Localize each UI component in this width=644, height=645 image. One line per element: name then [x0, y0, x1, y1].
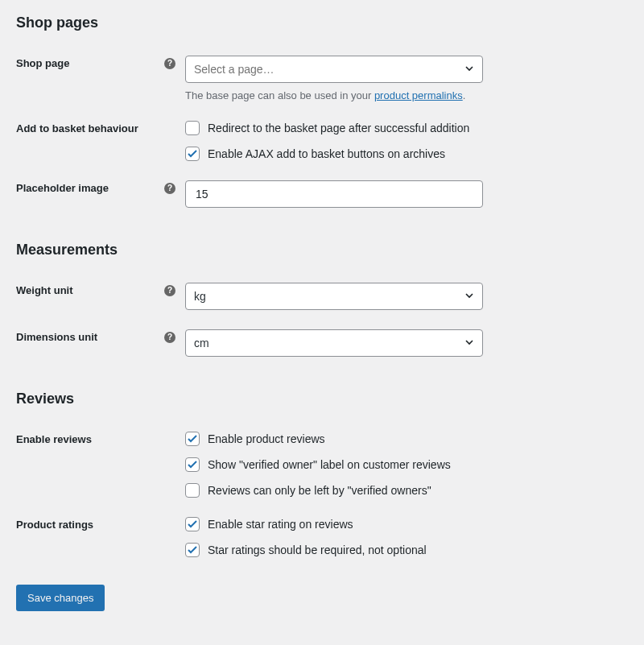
shop-page-description: The base page can also be used in your p… [185, 89, 628, 101]
redirect-checkbox[interactable] [185, 121, 200, 135]
verified-owner-label-checkbox[interactable] [185, 457, 200, 472]
weight-unit-select[interactable]: kg [185, 283, 483, 310]
section-heading-measurements: Measurements [16, 242, 628, 258]
placeholder-image-input[interactable] [194, 181, 458, 207]
chevron-down-icon [464, 337, 474, 349]
product-ratings-label: Product ratings [16, 519, 93, 531]
shop-page-select-value: Select a page… [194, 63, 275, 76]
save-changes-button[interactable]: Save changes [16, 585, 105, 611]
star-ratings-required-label: Star ratings should be required, not opt… [208, 544, 427, 556]
weight-unit-value: kg [194, 290, 206, 303]
product-permalinks-link[interactable]: product permalinks [374, 89, 463, 101]
placeholder-image-input-wrapper [185, 180, 483, 208]
redirect-checkbox-label: Redirect to the basket page after succes… [208, 122, 469, 134]
dimensions-unit-label: Dimensions unit [16, 331, 97, 343]
weight-unit-label: Weight unit [16, 284, 73, 296]
ajax-checkbox-label: Enable AJAX add to basket buttons on arc… [208, 147, 445, 160]
help-icon[interactable]: ? [164, 332, 175, 343]
shop-page-select[interactable]: Select a page… [185, 56, 483, 83]
enable-product-reviews-label: Enable product reviews [208, 432, 325, 445]
placeholder-image-label: Placeholder image [16, 182, 109, 194]
help-icon[interactable]: ? [164, 285, 175, 296]
chevron-down-icon [464, 63, 474, 76]
verified-owners-only-label: Reviews can only be left by "verified ow… [208, 484, 431, 497]
section-heading-shop-pages: Shop pages [16, 14, 628, 31]
add-to-basket-label: Add to basket behaviour [16, 122, 138, 134]
verified-owners-only-checkbox[interactable] [185, 483, 200, 498]
enable-reviews-label: Enable reviews [16, 433, 92, 445]
chevron-down-icon [464, 290, 474, 303]
enable-star-rating-checkbox[interactable] [185, 517, 200, 531]
help-icon[interactable]: ? [164, 183, 175, 194]
star-ratings-required-checkbox[interactable] [185, 543, 200, 557]
dimensions-unit-select[interactable]: cm [185, 329, 483, 357]
verified-owner-label-text: Show "verified owner" label on customer … [208, 458, 451, 471]
section-heading-reviews: Reviews [16, 391, 628, 407]
shop-page-label: Shop page [16, 57, 69, 69]
dimensions-unit-value: cm [194, 337, 209, 349]
help-icon[interactable]: ? [164, 58, 175, 69]
enable-star-rating-label: Enable star rating on reviews [208, 518, 353, 531]
ajax-checkbox[interactable] [185, 147, 200, 161]
enable-product-reviews-checkbox[interactable] [185, 432, 200, 446]
